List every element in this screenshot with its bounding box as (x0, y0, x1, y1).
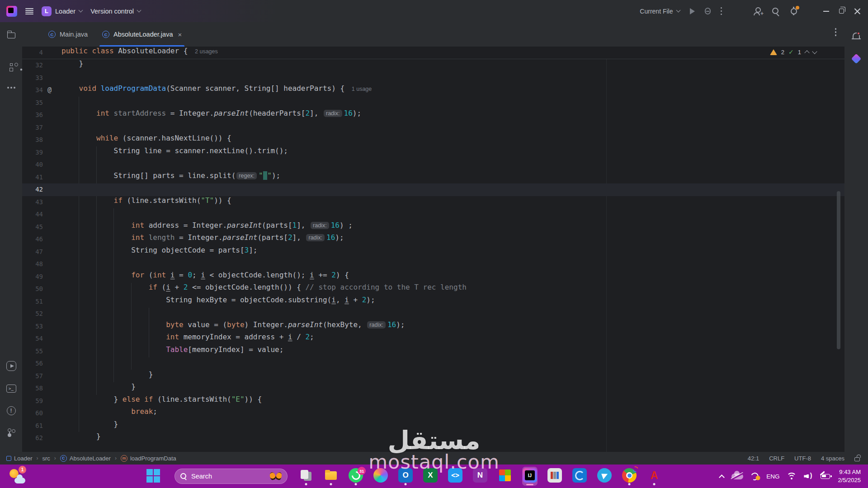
line-ending[interactable]: CRLF (769, 455, 784, 462)
title-bar: L Loader Version control Current File (0, 0, 868, 22)
line-number: 55 (22, 345, 43, 358)
copilot-icon (373, 468, 388, 483)
overlay-badge (632, 465, 639, 473)
readonly-lock-icon[interactable] (854, 457, 860, 461)
start-button[interactable] (146, 469, 160, 483)
run-button[interactable] (690, 8, 695, 14)
wifi-icon[interactable] (787, 473, 796, 480)
taskbar-weather-widget[interactable]: 1 (8, 468, 25, 485)
tab-options-icon[interactable] (835, 31, 837, 33)
volume-icon[interactable] (804, 473, 813, 480)
more-actions-icon[interactable] (721, 10, 722, 12)
tool-stripe-problems-icon[interactable]: ! (5, 404, 18, 418)
tab-label: Main.java (60, 31, 88, 38)
settings-badge (796, 6, 799, 9)
prev-problem-icon[interactable] (804, 50, 809, 55)
line-number: 36 (22, 109, 43, 122)
tab-label: AbsoluteLoader.java (113, 31, 173, 38)
close-icon[interactable]: × (178, 31, 182, 38)
window-minimize-button[interactable] (823, 11, 829, 12)
breadcrumb-item-loadProgramData[interactable]: mloadProgramData (121, 455, 176, 462)
editor-tab-Main.java[interactable]: CMain.java (41, 22, 95, 47)
next-problem-icon[interactable] (812, 49, 817, 54)
gutter-annotation-icon[interactable]: @ (47, 84, 52, 97)
taskbar-search[interactable]: Search (175, 469, 288, 484)
telegram-icon (597, 468, 612, 483)
hidden-icons-chevron[interactable] (719, 474, 725, 480)
date: 2/5/2025 (838, 476, 861, 484)
taskbar-excel-icon[interactable]: X (423, 467, 438, 486)
line-number: 62 (22, 432, 43, 445)
taskbar-intellij-idea-icon[interactable]: IJ (522, 467, 538, 486)
main-menu-icon[interactable] (25, 8, 33, 14)
line-number: 47 (22, 246, 43, 258)
taskbar-onenote-icon[interactable]: N (472, 467, 488, 486)
code-with-me-icon[interactable] (754, 7, 762, 15)
tool-stripe-version-control-icon[interactable] (5, 426, 18, 440)
clock[interactable]: 9:43 AM 2/5/2025 (838, 468, 861, 484)
tool-stripe-terminal-icon[interactable]: >_ (5, 382, 18, 395)
breadcrumb-item-Loader[interactable]: Loader (6, 455, 32, 462)
battery-icon[interactable] (821, 474, 830, 479)
breadcrumb-separator: › (54, 455, 56, 461)
taskbar-whatsapp-icon[interactable]: 31 (348, 467, 363, 486)
line-number: 50 (22, 283, 43, 296)
taskbar-copilot-icon[interactable] (373, 467, 388, 486)
taskbar-analytics-app-icon[interactable] (547, 467, 562, 486)
code-line-58: 58 } (22, 382, 844, 395)
taskbar-task-view-icon[interactable] (298, 467, 314, 486)
vscode-icon: <> (448, 468, 462, 483)
window-restore-button[interactable] (839, 9, 844, 14)
run-configuration-select[interactable]: Current File (640, 8, 679, 15)
module-icon (6, 456, 11, 461)
editor-tab-AbsoluteLoader.java[interactable]: CAbsoluteLoader.java× (95, 22, 189, 47)
line-number: 53 (22, 320, 43, 333)
window-close-button[interactable] (854, 8, 861, 14)
taskbar-outlook-icon[interactable]: O (398, 467, 413, 486)
tool-stripe-structure-icon[interactable] (5, 58, 18, 71)
code-line-46: 46 int length = Integer.parseInt(parts[2… (22, 233, 844, 246)
class-icon: C (102, 31, 109, 38)
taskbar-file-explorer-icon[interactable] (323, 467, 339, 486)
settings-gear-icon[interactable] (790, 7, 798, 15)
taskbar-chrome-icon[interactable] (622, 467, 637, 486)
editor-scrollbar[interactable] (837, 191, 840, 349)
line-number: 49 (22, 271, 43, 283)
breadcrumb-item-AbsoluteLoader[interactable]: CAbsoluteLoader (60, 455, 111, 462)
code-line-41: 41 String[] parts = line.split(regex:" "… (22, 171, 844, 184)
onedrive-icon[interactable] (731, 474, 743, 479)
debug-button[interactable] (705, 8, 711, 14)
search-placeholder: Search (191, 473, 265, 480)
tool-stripe-more-tool-windows-icon[interactable] (5, 81, 18, 94)
line-number: 4 (22, 47, 43, 59)
tool-stripe-run-icon[interactable] (5, 359, 18, 373)
code-line-39: 39 String line = scanner.nextLine().trim… (22, 146, 844, 159)
taskbar-telegram-icon[interactable] (597, 467, 612, 486)
line-number: 61 (22, 420, 43, 432)
caret-position[interactable]: 42:1 (748, 455, 759, 462)
code-line-52: 52 (22, 308, 844, 320)
taskbar-acrobat-icon[interactable]: A (646, 467, 662, 486)
tool-stripe-project-icon[interactable] (5, 28, 18, 42)
file-encoding[interactable]: UTF-8 (794, 455, 811, 462)
code-line-50: 50 if (i + 2 <= objectCode.length()) { /… (22, 283, 844, 296)
notifications-bell-icon[interactable] (849, 28, 863, 42)
project-widget[interactable]: L Loader (42, 6, 82, 16)
taskbar-blue-app-icon[interactable] (572, 467, 587, 486)
analytics-app-icon (547, 468, 562, 483)
screen: L Loader Version control Current File (0, 0, 868, 488)
search-everywhere-icon[interactable] (772, 7, 780, 15)
indent-setting[interactable]: 4 spaces (821, 455, 844, 462)
taskbar-microsoft-icon[interactable] (497, 467, 513, 486)
vcs-widget[interactable]: Version control (90, 8, 141, 15)
ai-assistant-icon[interactable] (849, 52, 863, 66)
project-avatar: L (42, 6, 52, 16)
taskbar-vscode-icon[interactable]: <> (448, 467, 463, 486)
project-name: Loader (55, 8, 75, 15)
language-indicator[interactable]: ENG (766, 473, 779, 480)
update-sync-icon[interactable] (750, 471, 760, 481)
code-line-59: 59 } else if (line.startsWith("E")) { (22, 395, 844, 408)
inspections-widget[interactable]: 2 ✓ 1 (770, 48, 816, 56)
breadcrumb-item-src[interactable]: src (42, 455, 50, 462)
code-editor[interactable]: 32 }3334@ void loadProgramData(Scanner s… (22, 59, 844, 452)
